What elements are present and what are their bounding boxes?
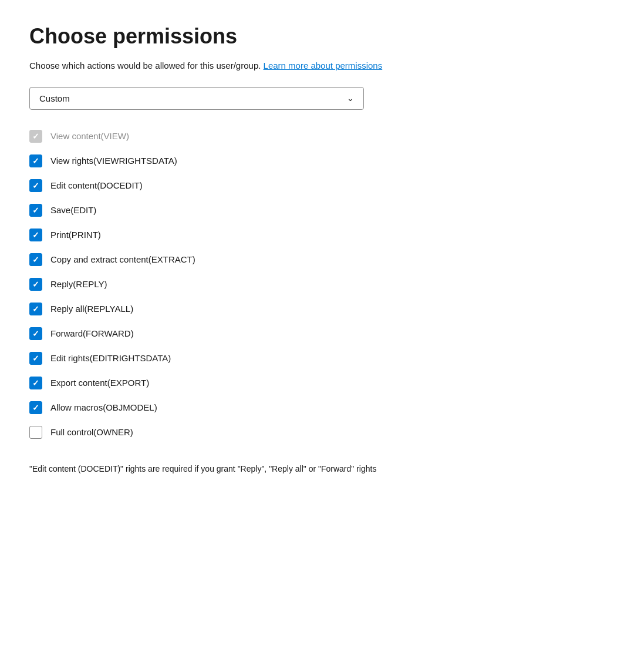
footnote-text: "Edit content (DOCEDIT)" rights are requ…	[29, 462, 470, 475]
dropdown-value: Custom	[39, 93, 70, 103]
permission-label-reply-all: Reply all(REPLYALL)	[50, 303, 133, 315]
checkbox-forward[interactable]: ✓	[29, 327, 42, 340]
permissions-dropdown-container: Custom ⌄	[29, 87, 612, 110]
permission-item-print[interactable]: ✓Print(PRINT)	[29, 223, 612, 247]
checkmark-icon-print: ✓	[32, 231, 39, 239]
checkbox-full-control[interactable]	[29, 426, 42, 439]
checkbox-edit-rights[interactable]: ✓	[29, 352, 42, 365]
description-text: Choose which actions would be allowed fo…	[29, 59, 612, 73]
checkmark-icon-copy-extract: ✓	[32, 256, 39, 264]
checkmark-icon-save: ✓	[32, 206, 39, 214]
checkbox-view-content[interactable]: ✓	[29, 130, 42, 143]
permissions-list: ✓View content(VIEW)✓View rights(VIEWRIGH…	[29, 124, 612, 445]
checkmark-icon-view-content: ✓	[32, 132, 39, 140]
permission-label-full-control: Full control(OWNER)	[50, 426, 133, 438]
permission-item-forward[interactable]: ✓Forward(FORWARD)	[29, 321, 612, 346]
permission-item-view-rights[interactable]: ✓View rights(VIEWRIGHTSDATA)	[29, 149, 612, 173]
chevron-down-icon: ⌄	[347, 93, 354, 103]
learn-more-link[interactable]: Learn more about permissions	[264, 61, 383, 70]
permission-label-view-content: View content(VIEW)	[50, 130, 129, 142]
permission-item-copy-extract[interactable]: ✓Copy and extract content(EXTRACT)	[29, 247, 612, 272]
permission-item-view-content[interactable]: ✓View content(VIEW)	[29, 124, 612, 149]
permission-label-allow-macros: Allow macros(OBJMODEL)	[50, 401, 157, 414]
checkbox-view-rights[interactable]: ✓	[29, 154, 42, 167]
permission-label-edit-rights: Edit rights(EDITRIGHTSDATA)	[50, 352, 171, 364]
checkmark-icon-export-content: ✓	[32, 379, 39, 387]
checkbox-allow-macros[interactable]: ✓	[29, 401, 42, 414]
permission-label-edit-content: Edit content(DOCEDIT)	[50, 179, 143, 191]
permission-item-edit-rights[interactable]: ✓Edit rights(EDITRIGHTSDATA)	[29, 346, 612, 371]
permissions-dropdown[interactable]: Custom ⌄	[29, 87, 364, 110]
permission-label-save: Save(EDIT)	[50, 204, 96, 216]
permission-label-print: Print(PRINT)	[50, 229, 101, 241]
permission-item-reply-all[interactable]: ✓Reply all(REPLYALL)	[29, 297, 612, 321]
checkbox-reply[interactable]: ✓	[29, 278, 42, 291]
checkmark-icon-edit-content: ✓	[32, 182, 39, 190]
permission-label-forward: Forward(FORWARD)	[50, 327, 134, 340]
permission-label-reply: Reply(REPLY)	[50, 278, 107, 290]
checkbox-copy-extract[interactable]: ✓	[29, 253, 42, 266]
checkbox-edit-content[interactable]: ✓	[29, 179, 42, 192]
checkbox-save[interactable]: ✓	[29, 204, 42, 217]
checkmark-icon-forward: ✓	[32, 330, 39, 338]
checkbox-export-content[interactable]: ✓	[29, 377, 42, 389]
permission-label-view-rights: View rights(VIEWRIGHTSDATA)	[50, 154, 177, 167]
checkbox-reply-all[interactable]: ✓	[29, 303, 42, 315]
permission-item-allow-macros[interactable]: ✓Allow macros(OBJMODEL)	[29, 395, 612, 420]
page-title: Choose permissions	[29, 23, 612, 49]
checkmark-icon-edit-rights: ✓	[32, 354, 39, 362]
checkmark-icon-reply-all: ✓	[32, 305, 39, 313]
permission-label-export-content: Export content(EXPORT)	[50, 377, 149, 389]
checkbox-print[interactable]: ✓	[29, 229, 42, 241]
permission-item-edit-content[interactable]: ✓Edit content(DOCEDIT)	[29, 173, 612, 198]
permission-label-copy-extract: Copy and extract content(EXTRACT)	[50, 253, 195, 266]
permission-item-export-content[interactable]: ✓Export content(EXPORT)	[29, 371, 612, 395]
checkmark-icon-allow-macros: ✓	[32, 404, 39, 412]
checkmark-icon-reply: ✓	[32, 280, 39, 288]
permission-item-save[interactable]: ✓Save(EDIT)	[29, 198, 612, 223]
permission-item-full-control[interactable]: Full control(OWNER)	[29, 420, 612, 445]
permission-item-reply[interactable]: ✓Reply(REPLY)	[29, 272, 612, 297]
checkmark-icon-view-rights: ✓	[32, 157, 39, 165]
